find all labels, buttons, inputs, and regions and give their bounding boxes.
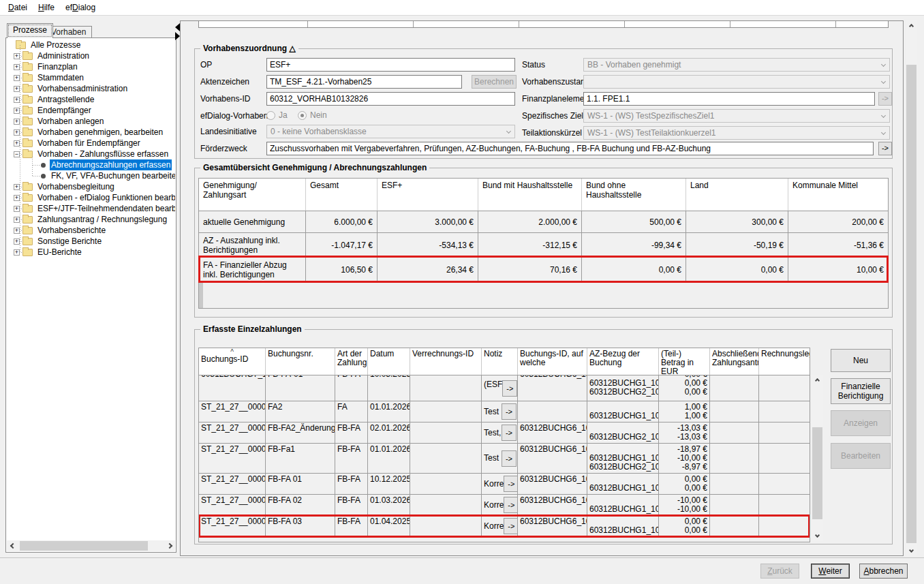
tree-item[interactable]: +Endempfänger [7, 105, 175, 116]
column-header[interactable]: ^Buchungs-ID [199, 348, 266, 375]
scrollbar-track[interactable] [906, 32, 917, 544]
column-header[interactable]: (Teil-) Betrag in EUR [659, 348, 710, 375]
payments-scrollbar[interactable] [812, 375, 823, 541]
scrollbar-thumb[interactable] [906, 65, 917, 543]
expand-icon[interactable]: + [14, 206, 20, 212]
column-header[interactable]: Notiz [482, 348, 518, 375]
tree-subitem[interactable]: Abrechnungszahlungen erfassen [7, 159, 175, 170]
table-row[interactable]: ST_21_27__0000004FA2FA01.01.2026Test-> 6… [199, 401, 810, 422]
expand-icon[interactable]: + [14, 129, 20, 136]
notiz-arrow-button[interactable]: -> [502, 380, 517, 397]
notiz-arrow-button[interactable]: -> [504, 518, 518, 534]
expand-icon[interactable]: + [14, 195, 20, 201]
tree-item[interactable]: +EU-Berichte [7, 247, 175, 258]
table-row[interactable]: ST_21_27__0000004FB-FA2_ÄnderungFB-FA02.… [199, 422, 810, 444]
notiz-arrow-button[interactable]: -> [502, 450, 517, 467]
scroll-left-button[interactable] [7, 540, 18, 551]
tree-item[interactable]: +Vorhabensadministration [7, 83, 175, 94]
collapse-triangle-icon[interactable]: △ [289, 44, 295, 53]
table-row[interactable]: ST_21_27__0000005FB-FA 02FB-FA01.03.2026… [199, 495, 810, 516]
expand-icon[interactable]: + [14, 53, 20, 59]
column-header[interactable]: Abschließende Zahlungsantra [710, 348, 759, 375]
scrollbar-track[interactable] [812, 386, 823, 529]
expand-icon[interactable]: + [14, 75, 20, 81]
tree-root-item[interactable]: Alle Prozesse [7, 40, 175, 50]
column-header[interactable]: Datum [368, 348, 410, 375]
vorhabenszustand-select[interactable] [583, 75, 890, 89]
expand-icon[interactable]: + [14, 140, 20, 147]
teilaktionskuerzel-select[interactable]: WS-1 - (WS) TestTeilaktionkuerzel1 [583, 126, 890, 140]
tree-item-selected[interactable]: Abrechnungszahlungen erfassen [50, 159, 172, 170]
tree-item[interactable]: +Zahlungsantrag / Rechnungslegung [7, 214, 175, 225]
expand-icon[interactable]: + [14, 97, 20, 103]
zurueck-button[interactable]: Zurück [760, 564, 799, 579]
tree-item[interactable]: +Vorhabensbegleitung [7, 181, 175, 192]
op-input[interactable] [266, 58, 515, 72]
vorhabens-id-input[interactable] [266, 92, 515, 106]
tab-prozesse[interactable]: Prozesse [7, 23, 53, 38]
scrollbar-thumb[interactable] [812, 427, 822, 519]
aktenzeichen-input[interactable] [266, 75, 462, 89]
expand-icon[interactable]: + [14, 86, 20, 92]
menu-hilfe[interactable]: Hilfe [33, 1, 60, 14]
tree-item[interactable]: +Vorhaben - efDialog Funktionen bearbeit… [7, 192, 175, 203]
scroll-down-button[interactable] [906, 544, 917, 556]
spezifisches-ziel-select[interactable]: WS-1 - (WS) TestSpezifischesZiel1 [583, 109, 890, 123]
anzeigen-button[interactable]: Anzeigen [831, 410, 891, 436]
tree-item[interactable]: +Vorhabensberichte [7, 225, 175, 236]
tree-item[interactable]: +Stammdaten [7, 72, 175, 83]
column-header[interactable]: Verrechnungs-ID [410, 348, 482, 375]
finanzplanelement-arrow-button[interactable]: -> [878, 92, 892, 106]
abbrechen-button[interactable]: Abbrechen [859, 564, 908, 579]
table-row[interactable]: ST_21_27__0000004FB-Fa1FB-FA01.01.2026Te… [199, 444, 810, 474]
tree-item-label[interactable]: FK, VF, VFA-Buchungen bearbeiten [50, 170, 175, 181]
scroll-right-button[interactable] [164, 540, 175, 551]
tree-horizontal-scrollbar[interactable] [7, 540, 175, 551]
bearbeiten-button[interactable]: Bearbeiten [831, 443, 891, 469]
tree-item[interactable]: +ESF+/JTF-Teilnehmendendaten bearbeiten [7, 203, 175, 214]
finanzielle-berichtigung-button[interactable]: Finanzielle Berichtigung [831, 378, 891, 404]
scrollbar-track[interactable] [18, 540, 164, 551]
tree-item[interactable]: +Administration [7, 50, 175, 61]
status-select[interactable]: BB - Vorhaben genehmigt [583, 58, 890, 72]
tree-item[interactable]: +Sonstige Berichte [7, 236, 175, 247]
tree-item[interactable]: +Vorhaben genehmigen, bearbeiten [7, 127, 175, 138]
menu-efdialog[interactable]: efDialog [60, 1, 101, 14]
expand-icon[interactable]: + [14, 119, 20, 125]
notiz-arrow-button[interactable]: -> [502, 425, 517, 441]
berechnen-button[interactable]: Berechnen [472, 75, 517, 89]
notiz-arrow-button[interactable]: -> [504, 476, 518, 492]
ja-radio[interactable]: Ja [266, 110, 288, 120]
neu-button[interactable]: Neu [831, 349, 891, 372]
expand-icon[interactable]: + [14, 228, 20, 234]
scroll-down-button[interactable] [812, 529, 823, 541]
table-row[interactable]: 60312BUCHG7_1013FB-FA-01FB-FA10.03.2025(… [199, 375, 810, 401]
scroll-up-button[interactable] [906, 20, 917, 32]
expand-icon[interactable]: + [14, 239, 20, 245]
foerderzweck-arrow-button[interactable]: -> [878, 142, 892, 155]
tree-item[interactable]: +Finanzplan [7, 61, 175, 72]
column-header[interactable]: Buchungs-ID, auf welche [518, 348, 587, 375]
tree-item[interactable]: +Vorhaben für Endempfänger [7, 138, 175, 149]
collapse-icon[interactable]: − [14, 151, 20, 157]
column-header[interactable]: Art der Zahlung [335, 348, 368, 375]
column-header[interactable]: Buchungsnr. [266, 348, 335, 375]
notiz-arrow-button[interactable]: -> [504, 497, 518, 513]
expand-icon[interactable]: + [14, 217, 20, 223]
landesinitiative-select[interactable]: 0 - keine Vorhabensklasse [266, 125, 515, 138]
foerderzweck-input[interactable] [266, 142, 874, 155]
tree-subitem[interactable]: FK, VF, VFA-Buchungen bearbeiten [7, 170, 175, 181]
column-header[interactable]: Rechnungslegu [759, 348, 810, 375]
expand-icon[interactable]: + [14, 184, 20, 190]
table-row[interactable]: ST_21_27__0000005FB-FA 01FB-FA10.12.2025… [199, 474, 810, 495]
nein-radio[interactable]: Nein [298, 110, 327, 120]
expand-icon[interactable]: + [14, 249, 20, 256]
weiter-button[interactable]: Weiter [811, 564, 850, 579]
expand-icon[interactable]: + [14, 108, 20, 114]
main-vertical-scrollbar[interactable] [906, 20, 917, 556]
tree-item[interactable]: +Antragstellende [7, 94, 175, 105]
table-row[interactable]: ST_21_27__0000005FB-FA 03FB-FA01.04.2025… [199, 516, 810, 537]
scrollbar-thumb[interactable] [20, 541, 148, 551]
expand-icon[interactable]: + [14, 64, 20, 70]
notiz-arrow-button[interactable]: -> [502, 403, 517, 420]
